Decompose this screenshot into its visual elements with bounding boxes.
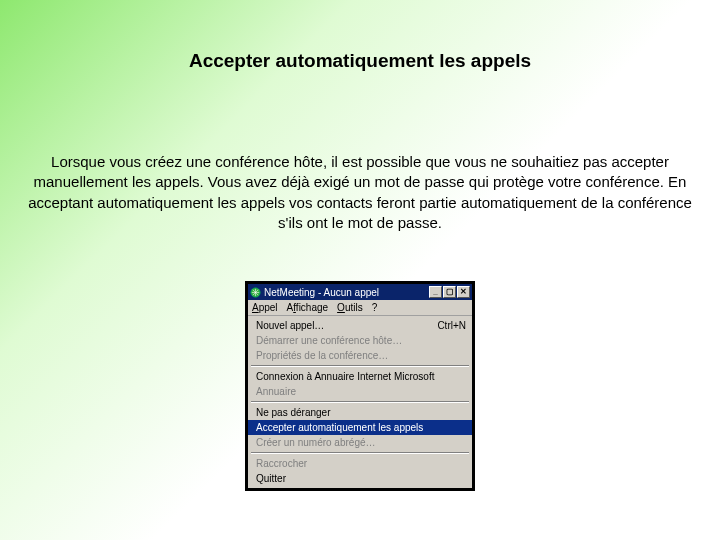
netmeeting-icon [250, 287, 261, 298]
maximize-button[interactable]: ▢ [443, 286, 456, 298]
window-buttons: _ ▢ ✕ [429, 286, 470, 298]
menu-item-label: Annuaire [256, 385, 296, 398]
close-button[interactable]: ✕ [457, 286, 470, 298]
menu-aide[interactable]: ? [372, 302, 378, 313]
menu-item-annuaire[interactable]: Annuaire [248, 384, 472, 399]
menu-separator [251, 365, 469, 367]
menu-item-creer-numero[interactable]: Créer un numéro abrégé… [248, 435, 472, 450]
menu-item-label: Démarrer une conférence hôte… [256, 334, 402, 347]
appel-dropdown-menu: Nouvel appel… Ctrl+N Démarrer une confér… [248, 316, 472, 488]
slide-title: Accepter automatiquement les appels [0, 0, 720, 82]
menu-item-label: Nouvel appel… [256, 319, 324, 332]
slide-body-text: Lorsque vous créez une conférence hôte, … [26, 152, 694, 233]
menu-item-quitter[interactable]: Quitter [248, 471, 472, 486]
menu-item-connexion-annuaire[interactable]: Connexion à Annuaire Internet Microsoft [248, 369, 472, 384]
menu-item-label: Propriétés de la conférence… [256, 349, 388, 362]
menu-item-label: Quitter [256, 472, 286, 485]
slide: Accepter automatiquement les appels Lors… [0, 0, 720, 540]
menu-item-raccrocher[interactable]: Raccrocher [248, 456, 472, 471]
menu-item-label: Créer un numéro abrégé… [256, 436, 376, 449]
titlebar-left: NetMeeting - Aucun appel [250, 287, 379, 298]
menu-item-accepter-auto[interactable]: Accepter automatiquement les appels [248, 420, 472, 435]
menu-separator [251, 401, 469, 403]
menubar: Appel Affichage Outils ? [248, 300, 472, 316]
menu-item-demarrer-conference[interactable]: Démarrer une conférence hôte… [248, 333, 472, 348]
menu-item-nouvel-appel[interactable]: Nouvel appel… Ctrl+N [248, 318, 472, 333]
netmeeting-window: NetMeeting - Aucun appel _ ▢ ✕ Appel Aff… [245, 281, 475, 491]
menu-item-label: Accepter automatiquement les appels [256, 421, 423, 434]
menu-appel[interactable]: Appel [252, 302, 278, 313]
menu-affichage[interactable]: Affichage [287, 302, 329, 313]
menu-item-shortcut: Ctrl+N [417, 319, 466, 332]
menu-item-label: Connexion à Annuaire Internet Microsoft [256, 370, 434, 383]
window-titlebar: NetMeeting - Aucun appel _ ▢ ✕ [248, 284, 472, 300]
menu-outils[interactable]: Outils [337, 302, 363, 313]
menu-item-label: Raccrocher [256, 457, 307, 470]
minimize-button[interactable]: _ [429, 286, 442, 298]
menu-separator [251, 452, 469, 454]
menu-item-proprietes[interactable]: Propriétés de la conférence… [248, 348, 472, 363]
figure-container: NetMeeting - Aucun appel _ ▢ ✕ Appel Aff… [0, 281, 720, 491]
menu-item-ne-pas-deranger[interactable]: Ne pas déranger [248, 405, 472, 420]
menu-item-label: Ne pas déranger [256, 406, 331, 419]
window-title: NetMeeting - Aucun appel [264, 287, 379, 298]
